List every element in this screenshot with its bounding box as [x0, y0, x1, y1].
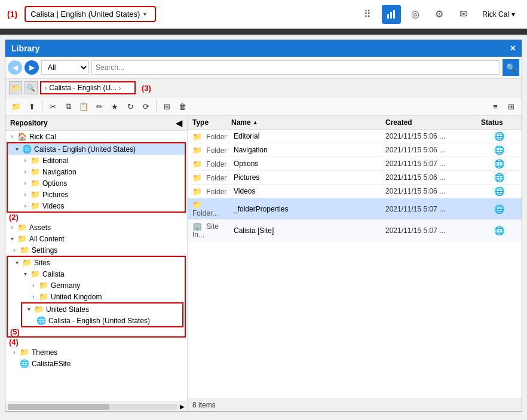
- toggle-options[interactable]: ›: [21, 180, 29, 186]
- toggle-videos[interactable]: ›: [21, 203, 29, 209]
- refresh-btn[interactable]: ↻: [123, 99, 137, 114]
- toggle-us[interactable]: ▾: [24, 306, 33, 312]
- tree-item-germany[interactable]: › 📁 Germany: [8, 280, 185, 291]
- toggle-rick-cal[interactable]: ›: [8, 133, 16, 140]
- delete-btn[interactable]: 🗑: [175, 99, 189, 114]
- toggle-sites[interactable]: ▾: [13, 259, 21, 266]
- folder-icon-btn[interactable]: 📁: [9, 81, 22, 94]
- toggle-assets[interactable]: ›: [8, 224, 16, 231]
- toggle-themes[interactable]: ›: [10, 349, 19, 355]
- folder-icon-uk: 📁: [39, 292, 48, 301]
- toggle-germany[interactable]: ›: [29, 282, 38, 289]
- library-title: Library: [11, 44, 39, 53]
- back-button[interactable]: ◀: [8, 60, 22, 75]
- new-folder-btn[interactable]: 📁: [9, 99, 23, 114]
- row-type: 📁 Folder: [192, 132, 231, 141]
- sync-btn[interactable]: ⟳: [139, 99, 153, 114]
- user-menu-chevron: ▾: [511, 10, 515, 19]
- filter-select[interactable]: All: [41, 60, 89, 75]
- tree-item-sites[interactable]: ▾ 📁 Sites: [8, 257, 185, 268]
- editorial-label: Editorial: [42, 157, 68, 165]
- tree-item-navigation[interactable]: › 📁 Navigation: [8, 166, 185, 177]
- col-name-header[interactable]: Name ▲: [231, 118, 385, 127]
- germany-label: Germany: [51, 281, 80, 290]
- toggle-editorial[interactable]: ›: [21, 157, 29, 164]
- tree-item-videos[interactable]: › 📁 Videos: [8, 200, 185, 211]
- row-status-calista-site: 🌐: [481, 226, 517, 235]
- gear-icon[interactable]: ⚙: [430, 5, 449, 24]
- globe-icon: 🌐: [494, 204, 504, 214]
- tree-item-us[interactable]: ▾ 📁 United States: [22, 303, 182, 315]
- folder-icon-calista: 📁: [30, 269, 40, 278]
- tree-item-pictures[interactable]: › 📁 Pictures: [8, 189, 185, 200]
- table-row[interactable]: 📁 Folder Pictures 2021/11/15 5:06 ... 🌐: [188, 171, 522, 185]
- edit-btn[interactable]: ✏: [92, 99, 106, 114]
- assets-label: Assets: [29, 223, 51, 232]
- filter-btn[interactable]: ⊞: [160, 99, 174, 114]
- breadcrumb-path[interactable]: › Calista - English (U... ›: [40, 81, 136, 94]
- tree-item-options[interactable]: › 📁 Options: [8, 177, 185, 189]
- forward-button[interactable]: ▶: [24, 60, 39, 75]
- toggle-settings[interactable]: ›: [10, 247, 19, 253]
- table-row[interactable]: 📁 Folder Editorial 2021/11/15 5:06 ... 🌐: [188, 130, 522, 143]
- copy-path-btn[interactable]: ⬆: [24, 99, 39, 114]
- search-icon-btn[interactable]: 🔍: [24, 81, 38, 94]
- site-selector[interactable]: Calista | English (United States) ▾: [24, 6, 156, 22]
- hscroll-bar[interactable]: ▶: [5, 401, 187, 411]
- table-row[interactable]: 📁 Folder Navigation 2021/11/15 5:06 ... …: [188, 143, 522, 157]
- folder-icon-all-content: 📁: [17, 234, 27, 243]
- panel-collapse-btn[interactable]: ◀: [176, 118, 182, 128]
- row-created-calista-site: 2021/11/15 5:07 ...: [385, 226, 481, 235]
- scroll-right-btn[interactable]: ▶: [180, 403, 185, 410]
- table-row[interactable]: 📁 Folder Videos 2021/11/15 5:06 ... 🌐: [188, 185, 522, 198]
- tree-item-rick-cal[interactable]: › 🏠 Rick Cal: [5, 131, 187, 142]
- toggle-navigation[interactable]: ›: [21, 168, 29, 175]
- status-bar: 8 items: [188, 398, 522, 411]
- grid-view-btn[interactable]: ⊞: [504, 99, 518, 114]
- toggle-calista[interactable]: ▾: [13, 146, 21, 152]
- tree-item-editorial[interactable]: › 📁 Editorial: [8, 155, 185, 166]
- folder-icon-germany: 📁: [39, 281, 48, 290]
- toggle-all-content[interactable]: ▾: [8, 235, 16, 242]
- row-name-options: Options: [231, 160, 385, 168]
- site-icon: 🌐: [22, 145, 32, 154]
- tree-item-settings[interactable]: › 📁 Settings: [5, 244, 187, 256]
- navigation-label: Navigation: [42, 168, 76, 176]
- us-box: ▾ 📁 United States 🌐 Calista - English (U…: [21, 302, 183, 327]
- tree-item-uk[interactable]: › 📁 United Kingdom: [8, 291, 185, 302]
- search-button[interactable]: 🔍: [503, 59, 519, 76]
- folder-icon-assets: 📁: [17, 223, 27, 232]
- tree-item-calista-english[interactable]: ▾ 🌐 Calista - English (United States): [8, 143, 185, 155]
- search-input[interactable]: [91, 60, 500, 75]
- site-row-icon: 🏢: [192, 222, 202, 231]
- paste-btn[interactable]: 📋: [76, 99, 91, 114]
- list-view-btn[interactable]: ≡: [488, 99, 503, 114]
- chart-icon[interactable]: [382, 5, 401, 24]
- copy-btn[interactable]: ⧉: [61, 99, 75, 114]
- toggle-calista-site[interactable]: ▾: [21, 271, 29, 277]
- close-button[interactable]: ×: [510, 44, 516, 53]
- tree-item-assets[interactable]: › 📁 Assets: [5, 222, 187, 233]
- library-window: Library × ◀ ▶ All 🔍 📁 🔍 › Calista - Engl…: [5, 39, 522, 412]
- table-row[interactable]: 📁 Folder... _folderProperties 2021/11/15…: [188, 198, 522, 220]
- row-name-calista-site: Calista [Site]: [231, 226, 385, 235]
- globe-icon: 🌐: [494, 226, 504, 235]
- folder-row-icon: 📁: [192, 200, 202, 209]
- toggle-pictures[interactable]: ›: [21, 191, 29, 198]
- table-row[interactable]: 🏢 Site In... Calista [Site] 2021/11/15 5…: [188, 220, 522, 241]
- tree-item-calista[interactable]: ▾ 📁 Calista: [8, 268, 185, 280]
- site-selector-label: Calista | English (United States): [30, 10, 140, 19]
- tree-item-calistaEsite[interactable]: 🌐 CalistaESite: [5, 358, 187, 369]
- user-menu[interactable]: Rick Cal ▾: [477, 8, 520, 21]
- grid-icon[interactable]: ⠿: [358, 5, 377, 24]
- star-btn[interactable]: ★: [108, 99, 122, 114]
- toggle-uk[interactable]: ›: [29, 293, 38, 300]
- tree-item-all-content[interactable]: ▾ 📁 All Content: [5, 233, 187, 244]
- tree-item-calista-en-us[interactable]: 🌐 Calista - English (United States): [22, 315, 182, 326]
- cut-btn[interactable]: ✂: [45, 99, 60, 114]
- mail-icon[interactable]: ✉: [454, 5, 473, 24]
- tree-item-themes[interactable]: › 📁 Themes: [5, 347, 187, 358]
- row-status-videos: 🌐: [481, 186, 517, 196]
- table-row[interactable]: 📁 Folder Options 2021/11/15 5:07 ... 🌐: [188, 157, 522, 171]
- target-icon[interactable]: ◎: [406, 5, 425, 24]
